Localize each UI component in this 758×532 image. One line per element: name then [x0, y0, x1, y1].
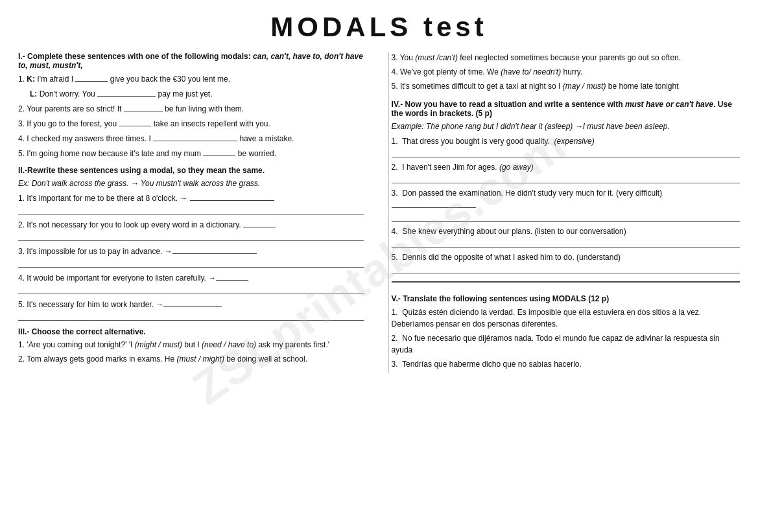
- section1: I.- Complete these sentences with one of…: [18, 52, 364, 159]
- s4-example: Example: The phone rang but I didn't hea…: [392, 121, 740, 132]
- s1-item3: 3. If you go to the forest, you take an …: [18, 117, 364, 130]
- section5-title: V.- Translate the following sentences us…: [392, 294, 740, 303]
- s3-item2: 2. Tom always gets good marks in exams. …: [18, 353, 364, 365]
- section3-title: III.- Choose the correct alternative.: [18, 327, 364, 336]
- s1-item4: 4. I checked my answers three times. I h…: [18, 132, 364, 145]
- s2-item1: 1. It's important for me to be there at …: [18, 192, 364, 214]
- s1-item1b: L: Don't worry. You pay me just yet.: [18, 87, 364, 100]
- section4-title: IV.- Now you have to read a situation an…: [392, 100, 740, 118]
- s4-item2: 2. I haven't seen Jim for ages. (go away…: [392, 161, 740, 183]
- s5-item3: 3. Tendrías que haberme dicho que no sab…: [392, 358, 740, 370]
- section3-right: 3. You (must /can't) feel neglected some…: [392, 52, 740, 92]
- left-column: I.- Complete these sentences with one of…: [18, 52, 370, 373]
- right-column: 3. You (must /can't) feel neglected some…: [388, 52, 740, 373]
- s1-item5: 5. I'm going home now because it's late …: [18, 147, 364, 159]
- s3r-item3: 3. You (must /can't) feel neglected some…: [392, 52, 740, 64]
- s2-item5: 5. It's necessary for him to work harder…: [18, 298, 364, 321]
- s2-example: Ex: Don't walk across the grass. → You m…: [18, 178, 364, 189]
- s3-item1: 1. 'Are you coming out tonight?' 'I (mig…: [18, 339, 364, 351]
- section2-title: II.-Rewrite these sentences using a moda…: [18, 166, 364, 175]
- s3r-item5: 5. It's sometimes difficult to get a tax…: [392, 80, 740, 92]
- s2-item3: 3. It's impossible for us to pay in adva…: [18, 245, 364, 268]
- s4-item3: 3. Don passed the examination. He didn't…: [392, 187, 740, 222]
- section2: II.-Rewrite these sentences using a moda…: [18, 166, 364, 321]
- s2-item4: 4. It would be important for everyone to…: [18, 272, 364, 294]
- s2-item2: 2. It's not necessary for you to look up…: [18, 218, 364, 241]
- section5: V.- Translate the following sentences us…: [392, 281, 740, 370]
- s5-item1: 1. Quizás estén diciendo la verdad. Es i…: [392, 306, 740, 330]
- s1-item2: 2. Your parents are so strict! It be fun…: [18, 102, 364, 115]
- s5-item2: 2. No fue necesario que dijéramos nada. …: [392, 332, 740, 356]
- section4: IV.- Now you have to read a situation an…: [392, 100, 740, 273]
- s3r-item4: 4. We've got plenty of time. We (have to…: [392, 66, 740, 78]
- section1-title: I.- Complete these sentences with one of…: [18, 52, 364, 70]
- s4-item1: 1. That dress you bought is very good qu…: [392, 135, 740, 157]
- section3: III.- Choose the correct alternative. 1.…: [18, 327, 364, 365]
- s1-item1: 1. K: I'm afraid I give you back the €30…: [18, 73, 364, 85]
- s4-item5: 5. Dennis did the opposite of what I ask…: [392, 251, 740, 273]
- s4-item4: 4. She knew everything about our plans. …: [392, 226, 740, 248]
- page-title: MODALS test: [18, 12, 740, 43]
